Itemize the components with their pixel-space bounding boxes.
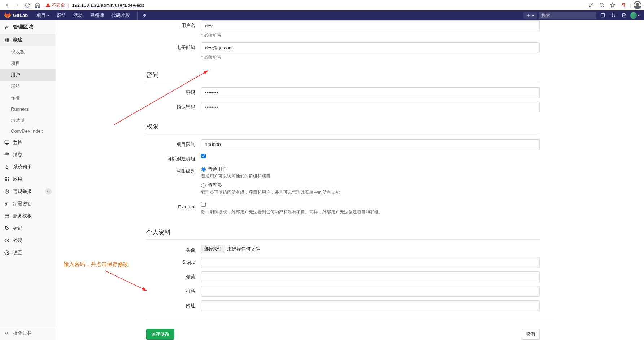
annotation-text: 输入密码，并点击保存修改 [64, 261, 129, 268]
new-dropdown[interactable] [523, 12, 537, 19]
svg-point-14 [6, 177, 7, 178]
forward-icon[interactable] [12, 0, 22, 10]
project-limit-input[interactable] [201, 139, 540, 150]
paragraph-icon[interactable] [619, 1, 628, 9]
sidebar-svc-templates[interactable]: 服务模板 [0, 210, 56, 222]
twitter-label: 推特 [146, 286, 201, 295]
external-checkbox[interactable] [201, 202, 206, 207]
can-create-group-checkbox[interactable] [201, 154, 206, 158]
key-icon[interactable] [587, 1, 595, 9]
gitlab-logo[interactable]: GitLab [4, 12, 28, 19]
avatar-label: 头像 [146, 245, 201, 253]
sidebar-runners[interactable]: Runners [0, 104, 56, 114]
zoom-icon[interactable] [597, 1, 606, 9]
svg-point-16 [5, 179, 6, 180]
sidebar-deploy-keys[interactable]: 部署密钥 [0, 198, 56, 210]
sidebar-jobs[interactable]: 作业 [0, 92, 56, 104]
sidebar-labels[interactable]: 标记 [0, 222, 56, 234]
abuse-badge: 0 [45, 188, 52, 195]
save-button[interactable]: 保存修改 [146, 329, 174, 340]
svg-point-6 [614, 16, 615, 17]
nav-projects[interactable]: 项目 [34, 11, 52, 20]
svg-point-17 [6, 179, 7, 180]
admin-wrench-icon[interactable] [137, 11, 150, 20]
search-box[interactable] [539, 12, 596, 19]
svg-point-13 [5, 177, 6, 178]
home-icon[interactable] [32, 0, 43, 10]
sidebar-overview[interactable]: 概述 [0, 34, 56, 46]
sidebar-abuse[interactable]: 违规举报0 [0, 185, 56, 198]
confirm-password-input[interactable] [201, 102, 540, 112]
url-bar[interactable]: 192.168.1.21/admin/users/dev/edit [72, 3, 586, 8]
cancel-button[interactable]: 取消 [521, 329, 540, 340]
nav-activity[interactable]: 活动 [70, 11, 86, 20]
svg-point-0 [589, 5, 591, 6]
nav-groups[interactable]: 群组 [54, 11, 69, 20]
linkedin-label: 领英 [146, 271, 201, 280]
svg-rect-9 [5, 40, 6, 42]
website-label: 网址 [146, 300, 201, 309]
access-level-label: 权限级别 [146, 166, 201, 175]
tag-icon [4, 226, 9, 231]
email-required: * 必须填写 [201, 54, 540, 61]
password-input[interactable] [201, 87, 540, 98]
user-menu[interactable] [630, 11, 640, 20]
access-section-title: 权限 [146, 116, 540, 134]
admin-sidebar: 管理区域 概述 仪表板 项目 用户 群组 作业 Runners 活跃度 Conv… [0, 20, 56, 340]
sidebar-hooks[interactable]: 系统钩子 [0, 161, 56, 173]
svg-rect-3 [601, 14, 604, 17]
skype-input[interactable] [201, 257, 540, 268]
back-icon[interactable] [2, 0, 12, 10]
sidebar-messages[interactable]: 消息 [0, 149, 56, 161]
svg-rect-8 [7, 38, 9, 40]
profile-icon[interactable] [633, 1, 642, 9]
linkedin-input[interactable] [201, 271, 540, 282]
template-icon [4, 213, 9, 218]
brand-text: GitLab [13, 13, 28, 18]
svg-point-18 [8, 179, 9, 180]
key-icon [4, 201, 9, 206]
star-icon[interactable] [608, 1, 617, 9]
todos-icon[interactable] [619, 11, 629, 20]
svg-point-12 [6, 154, 7, 155]
website-input[interactable] [201, 300, 540, 311]
sidebar-monitoring[interactable]: 监控 [0, 136, 56, 149]
profile-section-title: 个人资料 [146, 222, 540, 240]
choose-file-button[interactable]: 选择文件 [201, 245, 225, 253]
password-label: 密码 [146, 87, 201, 96]
reload-icon[interactable] [22, 0, 32, 10]
sidebar-groups[interactable]: 群组 [0, 81, 56, 92]
admin-radio[interactable] [201, 183, 206, 188]
sidebar-convdev[interactable]: ConvDev Index [0, 126, 56, 136]
svg-point-19 [5, 180, 6, 181]
gear-icon [4, 250, 9, 255]
twitter-input[interactable] [201, 286, 540, 297]
svg-point-5 [612, 16, 613, 17]
svg-point-26 [6, 240, 8, 241]
svg-rect-7 [5, 38, 6, 40]
sidebar-title: 管理区域 [0, 20, 56, 34]
svg-rect-24 [5, 214, 9, 218]
sidebar-settings[interactable]: 设置 [0, 247, 56, 259]
sidebar-appearance[interactable]: 外观 [0, 234, 56, 247]
password-section-title: 密码 [146, 64, 540, 82]
regular-label: 普通用户 [208, 166, 227, 172]
username-input[interactable] [201, 20, 540, 31]
sidebar-users[interactable]: 用户 [0, 69, 56, 81]
issues-icon[interactable] [598, 11, 607, 20]
eye-icon [4, 238, 9, 243]
regular-radio[interactable] [201, 167, 206, 172]
svg-point-23 [5, 203, 7, 205]
sidebar-dashboard[interactable]: 仪表板 [0, 46, 56, 58]
merge-requests-icon[interactable] [609, 11, 618, 20]
gitlab-header: GitLab 项目 群组 活动 里程碑 代码片段 [0, 10, 644, 20]
skype-label: Skype [146, 257, 201, 265]
sidebar-apps[interactable]: 应用 [0, 173, 56, 185]
nav-snippets[interactable]: 代码片段 [108, 11, 133, 20]
sidebar-projects[interactable]: 项目 [0, 58, 56, 69]
nav-milestones[interactable]: 里程碑 [87, 11, 107, 20]
email-input[interactable] [201, 42, 540, 53]
sidebar-activity[interactable]: 活跃度 [0, 114, 56, 126]
collapse-sidebar[interactable]: 折叠边栏 [0, 326, 56, 340]
search-input[interactable] [541, 13, 596, 18]
